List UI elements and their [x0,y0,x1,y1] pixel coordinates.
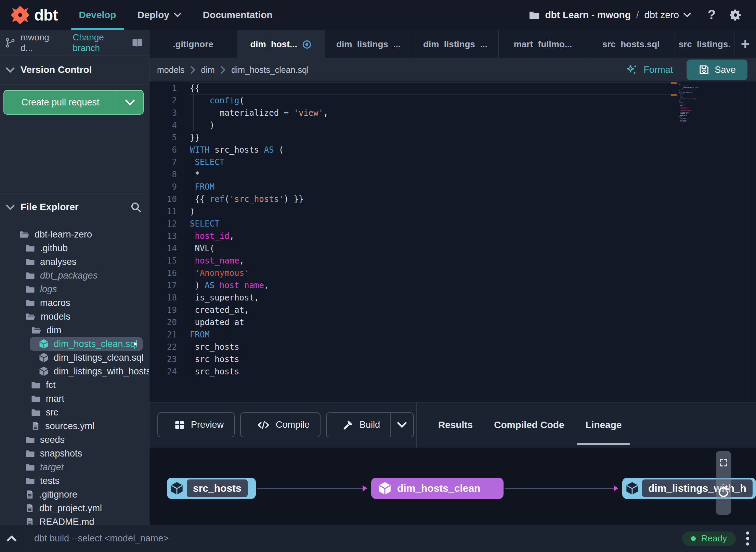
change-branch-link[interactable]: Change branch [73,32,131,53]
file-explorer-header[interactable]: File Explorer [0,193,149,221]
editor-tab-dim_listings_...[interactable]: dim_listings_... [325,30,412,58]
lineage-node-dim_hosts_clean[interactable]: dim_hosts_clean [371,478,504,499]
code-line-8[interactable]: 8 * [149,168,756,181]
tree-item-.gitignore[interactable]: .gitignore [0,488,149,501]
project-selector[interactable]: dbt Learn - mwong / dbt zero [529,9,691,21]
kebab-menu-icon[interactable] [746,530,749,547]
code-line-22[interactable]: 22 src_hosts [149,341,756,353]
editor-tab-dim_listings_...[interactable]: dim_listings_... [412,30,499,58]
version-control-title: Version Control [21,64,92,75]
docs-book-icon[interactable] [131,37,144,49]
code-line-3[interactable]: 3 materialized = 'view', [149,107,756,119]
panel-tab-lineage[interactable]: Lineage [586,402,622,448]
tree-item-dim_listings_with_hosts...[interactable]: dim_listings_with_hosts... [0,364,149,378]
format-button[interactable]: Format [626,63,673,76]
code-line-19[interactable]: 19 created_at, [149,304,756,316]
tree-item-dim[interactable]: dim [0,323,149,337]
dbt-logo[interactable]: dbt [10,4,58,26]
code-line-9[interactable]: 9 FROM [149,181,756,193]
tree-item-src[interactable]: src [0,406,149,419]
tree-item-README.md[interactable]: README.md [0,515,149,525]
code-line-5[interactable]: 5}} [149,131,756,144]
code-token: WITH [190,145,210,155]
code-line-7[interactable]: 7 SELECT [149,156,756,168]
editor-tab-dim_host...[interactable]: dim_host... [237,30,325,59]
tree-item-analyses[interactable]: analyses [0,255,149,269]
tree-item-mart[interactable]: mart [0,392,149,406]
editor-tab-src_hosts.sql[interactable]: src_hosts.sql [587,30,675,58]
code-line-12[interactable]: 12SELECT [149,218,756,230]
tree-item-sources.yml[interactable]: sources.yml [0,419,149,433]
code-line-17[interactable]: 17 ) AS host_name, [149,279,756,292]
panel-tab-compiled-code[interactable]: Compiled Code [494,402,564,448]
save-button[interactable]: Save [687,60,747,80]
build-button[interactable]: Build [326,412,414,437]
code-token: * [190,170,200,179]
code-line-15[interactable]: 15 host_name, [149,255,756,267]
indent-guide [192,156,192,168]
chevron-up-icon[interactable] [0,525,23,552]
code-line-6[interactable]: 6WITH src_hosts AS ( [149,144,756,156]
code-line-23[interactable]: 23 src_hosts [149,353,756,365]
tree-item-tests[interactable]: tests [0,474,149,488]
breadcrumb-models[interactable]: models [157,65,185,75]
editor-tab-.gitignore[interactable]: .gitignore [149,30,237,58]
tree-item-models[interactable]: models [0,310,149,323]
code-line-2[interactable]: 2 config( [149,94,756,107]
code-line-4[interactable]: 4 ) [149,119,756,131]
tree-item-snapshots[interactable]: snapshots [0,447,149,460]
code-line-24[interactable]: 24 src_hosts [149,365,756,378]
tree-item-dbt_project.yml[interactable]: dbt_project.yml [0,501,149,515]
tree-item-macros[interactable]: macros [0,296,149,310]
tree-item-seeds[interactable]: seeds [0,433,149,447]
code-editor[interactable]: 1{{2 config(3 materialized = 'view',4 )5… [149,81,756,402]
fullscreen-icon[interactable] [719,458,728,467]
code-line-14[interactable]: 14 NVL( [149,242,756,255]
tree-item-label: tests [40,476,60,486]
nav-item-develop[interactable]: Develop [79,0,116,30]
tree-item-.github[interactable]: .github [0,241,149,255]
tree-item-logs[interactable]: logs [0,282,149,296]
editor-tab-src_listings.[interactable]: src_listings. [675,30,734,58]
tree-item-fct[interactable]: fct [0,378,149,392]
gear-icon[interactable] [729,8,742,22]
chevron-down-icon [5,204,15,210]
build-dropdown-button[interactable] [391,413,413,437]
code-line-13[interactable]: 13 host_id, [149,230,756,242]
create-pull-request-button[interactable]: Create pull request [3,90,144,115]
code-line-1[interactable]: 1{{ [149,82,756,94]
tree-item-dbt_packages[interactable]: dbt_packages [0,269,149,282]
minimap[interactable]: {{ config( materialized = 'view', )}}WIT… [679,84,699,123]
lineage-node-dim_listings_with_h[interactable]: dim_listings_with_h [622,478,756,499]
code-line-11[interactable]: 11) [149,205,756,218]
code-line-20[interactable]: 20 updated_at [149,316,756,329]
lineage-node-src_hosts[interactable]: src_hosts [167,478,256,499]
new-tab-button[interactable]: + [734,30,756,58]
nav-item-deploy[interactable]: Deploy [137,0,181,30]
code-line-21[interactable]: 21FROM [149,329,756,341]
reset-view-icon[interactable] [717,485,730,499]
create-pull-request-label[interactable]: Create pull request [4,91,117,114]
breadcrumb-dim[interactable]: dim [201,65,215,75]
tree-item-dim_listings_clean.sql[interactable]: dim_listings_clean.sql [0,351,149,364]
code-line-18[interactable]: 18 is_superhost, [149,292,756,304]
tree-item-target[interactable]: target [0,460,149,474]
chevron-down-icon [5,67,15,73]
code-token [214,281,219,290]
floppy-disk-icon [698,64,710,76]
compile-button[interactable]: Compile [240,412,321,437]
tree-item-dim_hosts_clean.sql[interactable]: dim_hosts_clean.sql• [0,337,149,351]
tree-item-dbt-learn-zero[interactable]: dbt-learn-zero [0,228,149,241]
command-input[interactable]: dbt build --select <model_name> [34,533,169,544]
editor-tab-mart_fullmo...[interactable]: mart_fullmo... [499,30,587,58]
search-icon[interactable] [130,201,142,213]
code-line-10[interactable]: 10 {{ ref('src_hosts') }} [149,193,756,205]
nav-item-documentation[interactable]: Documentation [203,0,273,30]
help-icon[interactable]: ? [708,8,716,22]
code-line-16[interactable]: 16 'Anonymous' [149,267,756,279]
version-control-header[interactable]: Version Control [0,55,149,85]
panel-tab-results[interactable]: Results [438,402,473,448]
preview-button[interactable]: Preview [157,412,235,437]
code-token: src_hosts [190,355,239,364]
pr-dropdown-button[interactable] [117,91,143,114]
